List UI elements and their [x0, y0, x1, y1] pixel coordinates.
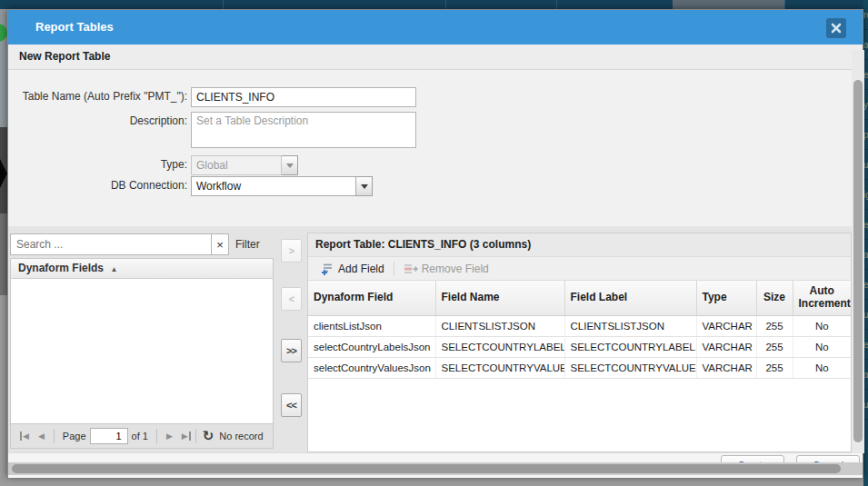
column-header-auto-increment[interactable]: Auto Increment	[793, 281, 851, 315]
clear-search-button[interactable]: ×	[211, 233, 229, 255]
remove-field-button[interactable]: Remove Field	[398, 261, 494, 277]
search-input[interactable]	[10, 233, 212, 255]
report-tables-dialog: Report Tables New Report Table Table Nam…	[7, 9, 863, 477]
cell-size: 255	[756, 315, 793, 336]
report-table-panel-title: Report Table: CLIENTS_INFO (3 columns)	[308, 233, 851, 257]
move-all-left-button[interactable]: <<	[281, 393, 302, 417]
last-page-button[interactable]: ▶	[177, 431, 191, 441]
table-row[interactable]: clientsListJson CLIENTSLISTJSON CLIENTSL…	[308, 315, 851, 336]
column-header-size[interactable]: Size	[756, 281, 793, 315]
cell-field-label: SELECTCOUNTRYLABEL...	[564, 336, 696, 357]
toolbar-divider	[54, 429, 55, 443]
vertical-scrollbar-thumb[interactable]	[853, 80, 863, 442]
cell-size: 255	[756, 336, 793, 357]
type-combobox[interactable]: Global	[191, 155, 298, 175]
table-name-label: Table Name (Auto Prefix "PMT_"):	[8, 87, 187, 103]
cell-auto-increment: No	[793, 315, 851, 336]
cell-size: 255	[756, 357, 793, 378]
report-table-toolbar: Add Field Remove Field	[308, 257, 851, 281]
page-label: Page	[63, 431, 86, 441]
cell-type: VARCHAR	[696, 336, 756, 357]
previous-page-button[interactable]: ◀	[34, 431, 49, 441]
cell-field-name: SELECTCOUNTRYLABEL...	[435, 336, 564, 357]
clear-icon: ×	[216, 238, 224, 252]
next-page-button[interactable]: ▶	[162, 431, 177, 441]
type-value: Global	[191, 155, 282, 175]
cell-field-name: SELECTCOUNTRYVALUE...	[435, 357, 564, 378]
move-right-button[interactable]: >	[281, 239, 302, 263]
remove-field-icon	[404, 263, 418, 275]
table-row[interactable]: selectCountryValuesJson SELECTCOUNTRYVAL…	[308, 357, 851, 378]
chevron-down-icon	[361, 184, 368, 189]
add-field-icon	[321, 263, 334, 275]
cell-dynaform-field: clientsListJson	[308, 315, 435, 336]
background-table-header	[0, 0, 868, 9]
page-number-input[interactable]	[90, 428, 128, 444]
background-header-cell	[673, 0, 784, 9]
filter-button[interactable]: Filter	[235, 233, 260, 255]
table-name-input[interactable]	[191, 87, 416, 107]
background-segment	[0, 295, 7, 486]
column-header-type[interactable]: Type	[696, 281, 756, 315]
sort-ascending-icon: ▲	[110, 265, 117, 273]
horizontal-scrollbar-thumb[interactable]	[12, 464, 841, 473]
add-field-label: Add Field	[338, 263, 384, 275]
background-column-divider	[223, 0, 224, 9]
background-column-divider	[556, 0, 557, 9]
pagination-toolbar: ◀ ◀ Page of 1 ▶ ▶ ↻ No record	[11, 423, 273, 448]
cell-field-label: SELECTCOUNTRYVALUE...	[564, 357, 696, 378]
first-page-button[interactable]: ◀	[20, 431, 34, 441]
cell-auto-increment: No	[793, 357, 851, 378]
background-text-fragment: ro	[863, 0, 868, 30]
toolbar-divider	[156, 429, 157, 443]
db-connection-value: Workflow	[191, 176, 356, 196]
type-dropdown-button[interactable]	[282, 155, 298, 175]
description-label: Description:	[8, 112, 187, 127]
column-header-field-name[interactable]: Field Name	[435, 281, 564, 315]
toolbar-divider	[195, 429, 196, 443]
screen: roareypuigeaeruerau Report Tables New Re…	[0, 0, 868, 486]
dynaform-fields-header-label: Dynaform Fields	[18, 262, 104, 274]
db-connection-label: DB Connection:	[8, 176, 187, 192]
background-column-divider	[445, 0, 446, 9]
column-header-dynaform-field[interactable]: Dynaform Field	[308, 281, 435, 315]
description-textarea[interactable]	[191, 112, 416, 148]
cell-dynaform-field: selectCountryLabelsJson	[308, 336, 435, 357]
cell-type: VARCHAR	[696, 357, 756, 378]
column-header-field-label[interactable]: Field Label	[564, 281, 696, 315]
toolbar-divider	[394, 262, 394, 276]
section-title: New Report Table	[8, 45, 863, 70]
report-columns-table: Dynaform Field Field Name Field Label Ty…	[308, 281, 851, 379]
background-column-divider	[784, 0, 785, 9]
type-label: Type:	[8, 155, 187, 171]
background-left-strip	[0, 9, 7, 486]
dynaform-fields-list[interactable]	[11, 279, 273, 423]
field-assignment-area: × Filter Dynaform Fields ▲ ◀ ◀ Page of 1	[8, 226, 863, 452]
background-logo-fragment	[0, 24, 7, 42]
cell-field-label: CLIENTSLISTJSON	[564, 315, 696, 336]
vertical-scrollbar[interactable]	[852, 50, 864, 453]
add-field-button[interactable]: Add Field	[315, 261, 390, 277]
remove-field-label: Remove Field	[422, 263, 489, 275]
chevron-down-icon	[286, 164, 294, 168]
move-left-button[interactable]: <	[281, 287, 302, 311]
move-all-right-button[interactable]: >>	[281, 339, 302, 362]
table-header-row: Dynaform Field Field Name Field Label Ty…	[308, 281, 851, 315]
cell-auto-increment: No	[793, 336, 851, 357]
cell-dynaform-field: selectCountryValuesJson	[308, 357, 435, 378]
table-row[interactable]: selectCountryLabelsJson SELECTCOUNTRYLAB…	[308, 336, 851, 357]
dialog-title: Report Tables	[35, 10, 114, 45]
cursor-arrow-icon	[0, 159, 7, 188]
report-table-panel: Report Table: CLIENTS_INFO (3 columns) A…	[307, 233, 852, 452]
horizontal-scrollbar[interactable]	[8, 462, 863, 475]
refresh-icon[interactable]: ↻	[203, 428, 215, 444]
dynaform-fields-column-header[interactable]: Dynaform Fields ▲	[11, 259, 273, 279]
db-connection-combobox[interactable]: Workflow	[191, 176, 373, 196]
close-button[interactable]	[826, 18, 846, 38]
cell-field-name: CLIENTSLISTJSON	[435, 315, 564, 336]
record-count-status: No record	[219, 431, 263, 441]
new-report-table-form: Table Name (Auto Prefix "PMT_"): Descrip…	[8, 70, 863, 226]
close-icon	[831, 23, 842, 34]
dynaform-fields-grid: Dynaform Fields ▲ ◀ ◀ Page of 1 ▶ ▶ ↻ N	[10, 258, 274, 449]
db-connection-dropdown-button[interactable]	[356, 176, 373, 196]
